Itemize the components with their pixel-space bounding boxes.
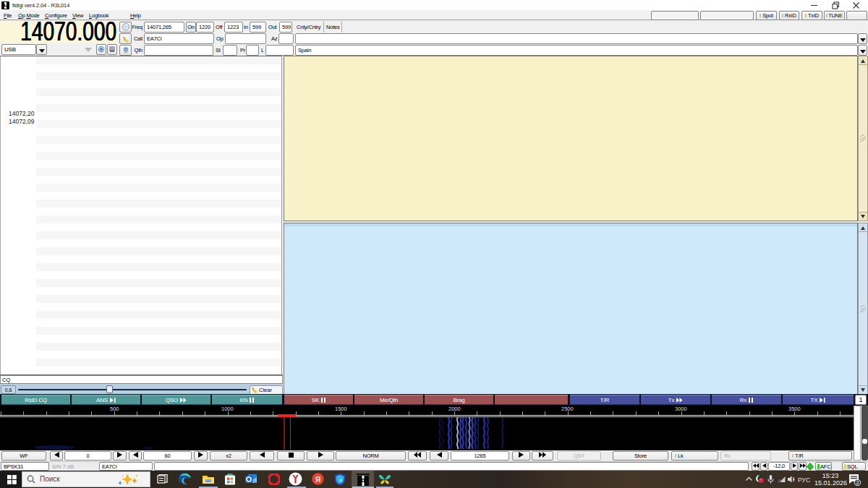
svg-text:Я: Я <box>315 476 320 484</box>
svg-text:2: 2 <box>856 480 859 485</box>
